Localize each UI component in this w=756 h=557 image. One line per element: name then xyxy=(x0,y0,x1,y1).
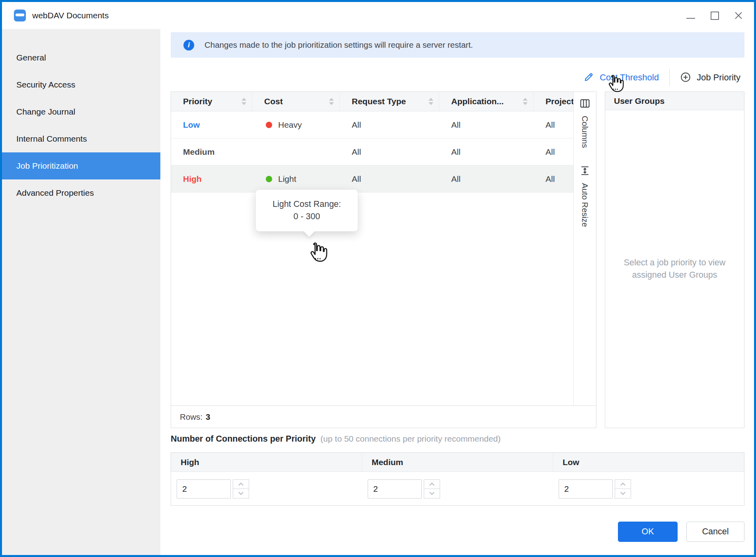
sidebar-item-internal-comments[interactable]: Internal Comments xyxy=(2,125,160,152)
application-cell: All xyxy=(439,120,534,130)
medium-connections-stepper xyxy=(368,479,440,499)
close-icon[interactable] xyxy=(733,10,744,21)
job-priority-label: Job Priority xyxy=(697,72,740,83)
sidebar-item-general[interactable]: General xyxy=(2,44,160,71)
request-type-cell: All xyxy=(340,174,439,184)
sort-arrows-icon xyxy=(523,98,528,105)
job-priority-table: Priority Cost Request Type Application..… xyxy=(171,92,596,428)
sidebar-item-change-journal[interactable]: Change Journal xyxy=(2,98,160,125)
column-header-label: Project xyxy=(546,97,573,106)
window-controls xyxy=(686,2,744,29)
project-cell: All xyxy=(534,120,573,130)
columns-tab-label: Columns xyxy=(580,116,590,148)
add-job-priority-button[interactable]: Job Priority xyxy=(680,72,740,84)
low-connections-input[interactable] xyxy=(559,479,613,499)
request-type-cell: All xyxy=(340,147,439,157)
spinner-down-icon[interactable] xyxy=(615,489,631,499)
auto-resize-tab[interactable]: Auto Resize xyxy=(579,165,591,227)
column-header-project[interactable]: Project xyxy=(534,92,573,111)
column-header-priority[interactable]: Priority xyxy=(171,92,252,111)
application-cell: All xyxy=(439,174,534,184)
table-actions: Cost Threshold Job Priority xyxy=(583,66,740,90)
priority-cell: Low xyxy=(171,120,252,130)
cost-cell: Heavy xyxy=(252,120,340,130)
user-groups-title: User Groups xyxy=(614,96,664,106)
column-header-label: Priority xyxy=(183,97,212,106)
connections-header-low: Low xyxy=(553,453,744,471)
connections-cell-medium xyxy=(362,472,553,506)
column-header-label: Cost xyxy=(264,97,283,106)
column-header-label: Request Type xyxy=(352,97,406,106)
app-icon xyxy=(14,10,26,21)
plus-circle-icon xyxy=(680,72,691,84)
sidebar-item-label: General xyxy=(16,53,46,62)
table-footer: Rows: 3 xyxy=(171,405,596,428)
connections-header-medium: Medium xyxy=(362,453,553,471)
table-row-low[interactable]: Low Heavy All All All xyxy=(171,111,573,138)
cost-threshold-label: Cost Threshold xyxy=(600,72,659,83)
sidebar-item-job-prioritization[interactable]: Job Prioritization xyxy=(2,152,160,179)
medium-connections-input[interactable] xyxy=(368,479,422,499)
project-cell: All xyxy=(534,147,573,157)
tooltip-line2: 0 - 300 xyxy=(294,212,320,222)
connections-header-row: High Medium Low xyxy=(171,453,744,472)
sidebar-item-label: Job Prioritization xyxy=(16,161,78,171)
hand-cursor-icon xyxy=(306,241,328,265)
user-groups-panel: User Groups Select a job priority to vie… xyxy=(605,92,744,428)
title-bar: webDAV Documents xyxy=(2,2,754,29)
high-connections-input[interactable] xyxy=(177,479,231,499)
sidebar-item-label: Change Journal xyxy=(16,107,75,117)
cost-threshold-button[interactable]: Cost Threshold xyxy=(583,72,659,84)
connections-title: Number of Connections per Priority xyxy=(171,434,316,444)
user-groups-placeholder: Select a job priority to view assigned U… xyxy=(613,257,737,281)
sidebar: General Security Access Change Journal I… xyxy=(2,29,160,555)
sort-arrows-icon xyxy=(429,98,433,105)
info-banner-text: Changes made to the job prioritization s… xyxy=(205,40,473,50)
table-row-high[interactable]: High Light All All All xyxy=(171,166,573,193)
dialog-window: webDAV Documents General Security Access… xyxy=(0,0,756,557)
high-connections-stepper xyxy=(177,479,249,499)
table-row-medium[interactable]: Medium All All All xyxy=(171,138,573,166)
cancel-button[interactable]: Cancel xyxy=(686,522,744,542)
info-banner: i Changes made to the job prioritization… xyxy=(171,32,744,58)
project-cell: All xyxy=(534,174,573,184)
table-side-toolbar: Columns Auto Resize xyxy=(573,92,596,405)
low-connections-stepper xyxy=(559,479,631,499)
cost-label: Light xyxy=(278,174,296,184)
cost-cell: Light xyxy=(252,174,340,184)
column-header-application[interactable]: Application... xyxy=(439,92,534,111)
edit-icon xyxy=(583,72,594,84)
connections-table: High Medium Low xyxy=(171,452,744,506)
request-type-cell: All xyxy=(340,120,439,130)
priority-cell: Medium xyxy=(171,147,252,157)
connections-section-header: Number of Connections per Priority (up t… xyxy=(171,434,501,444)
sidebar-item-label: Advanced Properties xyxy=(16,188,94,198)
column-header-cost[interactable]: Cost xyxy=(252,92,340,111)
spinner-down-icon[interactable] xyxy=(424,489,440,499)
sidebar-item-label: Security Access xyxy=(16,80,75,90)
spinner-up-icon[interactable] xyxy=(615,479,631,489)
sort-arrows-icon xyxy=(242,98,246,105)
info-icon: i xyxy=(183,40,194,51)
tooltip-line1: Light Cost Range: xyxy=(273,199,341,209)
sort-arrows-icon xyxy=(329,98,334,105)
maximize-icon[interactable] xyxy=(709,10,720,21)
user-groups-body: Select a job priority to view assigned U… xyxy=(605,110,744,428)
sidebar-item-security-access[interactable]: Security Access xyxy=(2,71,160,98)
actions-divider xyxy=(669,69,670,86)
spinner-down-icon[interactable] xyxy=(233,489,249,499)
cost-dot-icon xyxy=(266,122,272,128)
sidebar-item-advanced-properties[interactable]: Advanced Properties xyxy=(2,179,160,206)
connections-body-row xyxy=(171,472,744,506)
column-header-request-type[interactable]: Request Type xyxy=(340,92,439,111)
spinner-up-icon[interactable] xyxy=(424,479,440,489)
priority-cell: High xyxy=(171,174,252,184)
table-header-row: Priority Cost Request Type Application..… xyxy=(171,92,573,111)
ok-button[interactable]: OK xyxy=(618,522,678,542)
minimize-icon[interactable] xyxy=(686,10,696,21)
column-header-label: Application... xyxy=(451,97,504,106)
spinner-up-icon[interactable] xyxy=(233,479,249,489)
connections-header-high: High xyxy=(171,453,362,471)
rows-count: 3 xyxy=(206,412,210,422)
columns-tab[interactable]: Columns xyxy=(579,97,591,148)
